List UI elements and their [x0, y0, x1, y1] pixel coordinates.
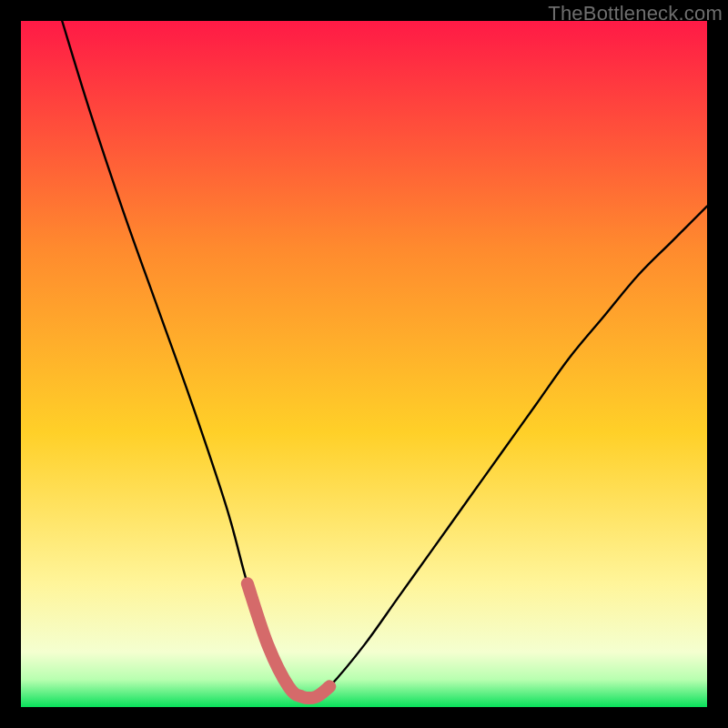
gradient-background	[21, 21, 707, 707]
chart-frame	[21, 21, 707, 707]
bottleneck-chart	[21, 21, 707, 707]
